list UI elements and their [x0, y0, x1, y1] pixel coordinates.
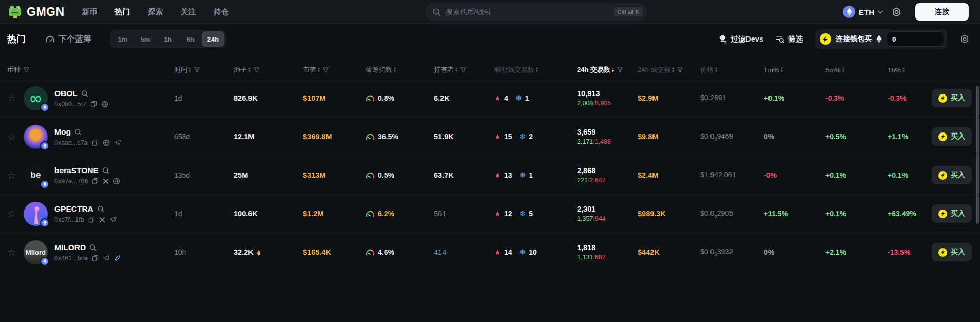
filter-funnel-icon[interactable]	[617, 67, 623, 73]
token-search-icon[interactable]	[81, 90, 88, 97]
quick-buy-panel[interactable]: 连接钱包买	[815, 29, 947, 49]
sort-icon[interactable]: ▴▾	[394, 67, 396, 73]
table-row[interactable]: ☆ Mog 0xaae...c7a	[0, 117, 980, 156]
lightning-icon	[820, 33, 831, 45]
filter-funnel-icon[interactable]	[460, 67, 467, 73]
token-name[interactable]: beraSTONE	[54, 166, 99, 175]
sort-icon[interactable]: ▴▾	[248, 67, 251, 73]
buy-button[interactable]: 买入	[932, 243, 972, 261]
sort-icon[interactable]: ▴▾	[612, 67, 614, 73]
sort-icon[interactable]: ▴▾	[189, 67, 191, 73]
nav-item-holdings[interactable]: 持仓	[214, 7, 229, 17]
table-body: ☆ ∞ OBOL 0x0b0...5f7	[0, 79, 980, 271]
cell-holders: 6.2K	[434, 94, 494, 102]
token-avatar[interactable]	[24, 202, 48, 226]
filter-funnel-icon[interactable]	[253, 67, 260, 73]
telegram-icon[interactable]	[114, 139, 121, 146]
token-address: 0x97a...706	[54, 178, 88, 185]
timeframe-6h[interactable]: 6h	[179, 31, 202, 47]
sort-icon[interactable]: ▴▾	[672, 67, 674, 73]
gmgn-logo[interactable]: GMGN	[7, 4, 65, 20]
chain-selector[interactable]: ETH	[843, 6, 883, 18]
favorite-star-icon[interactable]: ☆	[7, 92, 18, 104]
search-box[interactable]: Ctrl alt K	[425, 3, 647, 21]
favorite-star-icon[interactable]: ☆	[7, 131, 18, 142]
telegram-icon[interactable]	[109, 216, 117, 223]
eth-chain-badge-icon	[40, 180, 49, 189]
telegram-icon[interactable]	[103, 255, 110, 261]
buy-button[interactable]: 买入	[932, 166, 972, 184]
next-bluechip-link[interactable]: 下个蓝筹	[45, 34, 91, 45]
token-name[interactable]: GPECTRA	[54, 204, 93, 214]
connect-wallet-button[interactable]: 连接	[915, 3, 969, 21]
copy-address-icon[interactable]	[92, 139, 99, 146]
copy-address-icon[interactable]	[92, 178, 99, 184]
quick-buy-amount-input[interactable]	[887, 31, 944, 47]
search-icon	[432, 8, 441, 16]
website-globe-icon[interactable]	[101, 101, 108, 108]
favorite-star-icon[interactable]: ☆	[7, 169, 18, 181]
token-avatar[interactable]	[24, 125, 48, 149]
filter-funnel-icon[interactable]	[677, 67, 683, 73]
buy-button[interactable]: 买入	[932, 89, 972, 107]
copy-address-icon[interactable]	[92, 255, 99, 261]
search-input[interactable]	[446, 8, 609, 16]
top-navigation: GMGN 新币热门探索关注持仓 Ctrl alt K ETH 连接	[0, 0, 980, 24]
filter-funnel-icon[interactable]	[322, 67, 329, 73]
filter-funnel-icon[interactable]	[194, 67, 200, 73]
vertical-scrollbar[interactable]	[976, 86, 979, 224]
favorite-star-icon[interactable]: ☆	[7, 208, 18, 219]
token-search-icon[interactable]	[97, 205, 104, 213]
sort-icon[interactable]: ▴▾	[781, 67, 783, 73]
token-name[interactable]: MILORD	[54, 243, 86, 252]
nav-item-new[interactable]: 新币	[82, 7, 98, 17]
token-avatar[interactable]: be	[24, 163, 48, 187]
snowflake-icon: ❄	[515, 93, 522, 103]
token-name[interactable]: Mog	[54, 127, 71, 137]
token-table: 币种 时间 ▴▾ 池子 ▴▾ 市值 ▴▾ 蓝筹指数 ▴▾ 持有者 ▴▾ 聪明钱交…	[0, 61, 980, 271]
sort-icon[interactable]: ▴▾	[318, 67, 320, 73]
cell-volume: $2.9M	[638, 94, 700, 102]
copy-address-icon[interactable]	[90, 101, 97, 107]
filter-funnel-icon[interactable]	[23, 67, 30, 73]
nav-item-watch[interactable]: 关注	[181, 7, 196, 17]
buy-button[interactable]: 买入	[932, 204, 972, 223]
list-settings-gear-icon[interactable]	[959, 34, 970, 44]
timeframe-24h[interactable]: 24h	[202, 31, 224, 47]
x-twitter-icon[interactable]	[103, 178, 109, 184]
sort-icon[interactable]: ▴▾	[715, 67, 717, 73]
token-avatar[interactable]: Milord	[24, 240, 48, 264]
sort-icon[interactable]: ▴▾	[455, 67, 457, 73]
table-row[interactable]: ☆ be beraSTONE 0x97a...706	[0, 156, 980, 194]
cell-5m-change: +0.5%	[825, 132, 888, 141]
token-search-icon[interactable]	[89, 244, 97, 251]
filter-devs-button[interactable]: 过滤Devs	[718, 34, 763, 44]
timeframe-1m[interactable]: 1m	[111, 31, 134, 47]
table-row[interactable]: ☆ GPECTRA 0xc7f...1fb	[0, 194, 980, 233]
filter-label: 筛选	[788, 34, 803, 44]
table-row[interactable]: ☆ Milord MILORD 0x461...bca	[0, 233, 980, 271]
sort-icon[interactable]: ▴▾	[902, 67, 905, 73]
buy-button[interactable]: 买入	[932, 127, 972, 146]
cell-txs: 2,301 1,357/944	[577, 205, 638, 222]
feather-icon[interactable]	[114, 255, 121, 261]
filter-button[interactable]: 筛选	[776, 34, 803, 44]
table-row[interactable]: ☆ ∞ OBOL 0x0b0...5f7	[0, 79, 980, 117]
token-name[interactable]: OBOL	[54, 89, 78, 98]
token-search-icon[interactable]	[74, 128, 82, 136]
token-search-icon[interactable]	[102, 167, 109, 174]
timeframe-5m[interactable]: 5m	[134, 31, 157, 47]
x-twitter-icon[interactable]	[99, 217, 105, 223]
nav-item-explore[interactable]: 探索	[148, 7, 163, 17]
favorite-star-icon[interactable]: ☆	[7, 247, 18, 258]
sort-icon[interactable]: ▴▾	[536, 67, 538, 73]
copy-address-icon[interactable]	[88, 216, 95, 223]
website-globe-icon[interactable]	[103, 139, 110, 146]
cell-time: 1d	[174, 94, 234, 102]
sort-icon[interactable]: ▴▾	[842, 67, 844, 73]
settings-gear-icon[interactable]	[891, 7, 902, 17]
timeframe-1h[interactable]: 1h	[157, 31, 179, 47]
token-avatar[interactable]: ∞	[24, 86, 48, 110]
nav-item-hot[interactable]: 热门	[115, 7, 130, 17]
website-globe-icon[interactable]	[113, 178, 120, 185]
